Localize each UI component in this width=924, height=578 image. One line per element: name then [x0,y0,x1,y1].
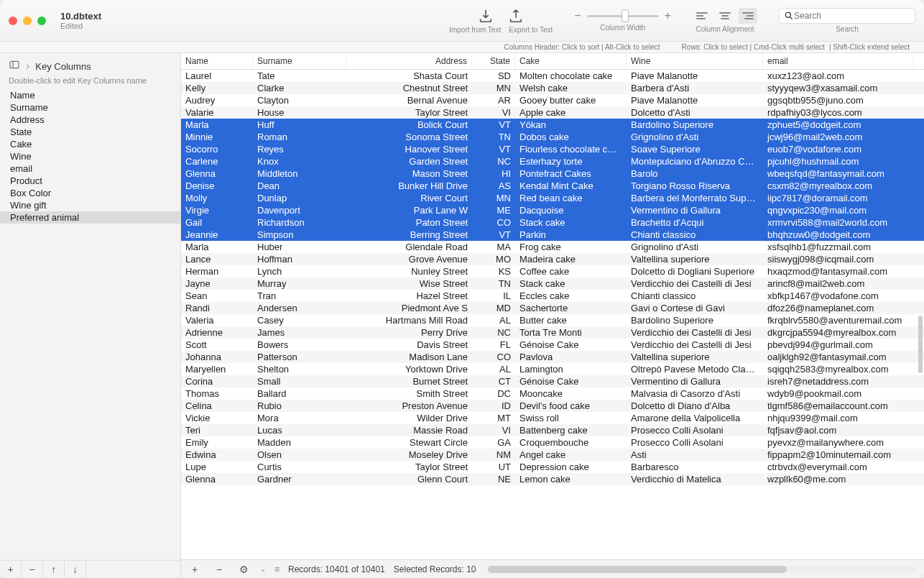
table-row[interactable]: LanceHoffmanGrove AvenueMOMadeira cakeVa… [181,253,924,265]
export-icon[interactable] [507,7,525,24]
table-cell: Casey [253,314,346,326]
table-cell: Eccles cake [515,290,627,302]
table-row[interactable]: MaryellenSheltonYorktown DriveALLamingto… [181,363,924,375]
status-add-button[interactable]: + [187,562,203,577]
sidebar-item[interactable]: Wine [0,150,180,162]
column-header[interactable]: State [472,53,515,69]
table-row[interactable]: RandiAndersenPiedmont Ave SMDSachertorte… [181,302,924,314]
table-row[interactable]: HermanLynchNunley StreetKSCoffee cakeDol… [181,265,924,277]
table-row[interactable]: MollyDunlapRiver CourtMNRed bean cakeBar… [181,192,924,204]
table-cell: Prosecco Colli Asolani [627,424,763,436]
table-row[interactable]: JohannaPattersonMadison LaneCOPavlovaVal… [181,351,924,363]
table-row[interactable]: EmilyMaddenStewart CircleGACroquembouche… [181,436,924,449]
table-row[interactable]: ValeriaCaseyHartmans Mill RoadALButter c… [181,314,924,326]
search-input[interactable] [794,11,910,21]
table-row[interactable]: CelinaRubioPreston AvenueIDDevil's food … [181,400,924,412]
sidebar-item[interactable]: State [0,126,180,138]
align-right-button[interactable] [739,8,757,24]
column-header[interactable]: Address [346,53,472,69]
table-row[interactable]: JeannieSimpsonBerring StreetVTParkinChia… [181,229,924,241]
sidebar-toggle-icon[interactable] [9,59,20,73]
table-row[interactable]: VirgieDavenportPark Lane WMEDacquoiseVer… [181,204,924,216]
sidebar-up-button[interactable]: ↑ [43,561,65,578]
table-row[interactable]: AudreyClaytonBernal AvenueARGooey butter… [181,94,924,106]
table-row[interactable]: JayneMurrayWise StreetTNStack cakeVerdic… [181,277,924,290]
table-row[interactable]: VickieMoraWilder DriveMTSwiss rollAmaron… [181,412,924,424]
chevron-down-icon[interactable]: ⌄ [260,565,266,573]
table-cell: Grignolino d'Asti [627,241,763,253]
table-row[interactable]: CarleneKnoxGarden StreetNCEsterhazy tort… [181,155,924,168]
sidebar-item[interactable]: Box Color [0,187,180,199]
table-row[interactable]: EdwinaOlsenMoseley DriveNMAngel cakeAsti… [181,449,924,461]
close-icon[interactable] [9,17,17,25]
search-box[interactable] [779,8,915,24]
table-row[interactable]: GlennaMiddletonMason StreetHIPontefract … [181,168,924,180]
table-cell: Red bean cake [515,192,627,204]
width-plus[interactable]: + [665,9,671,22]
sidebar-add-button[interactable]: + [0,561,22,578]
table-row[interactable]: GlennaGardnerGlenn CourtNELemon cakeVerd… [181,473,924,485]
column-header[interactable]: email [763,53,914,69]
table-cell: Gavi o Cortese di Gavi [627,302,763,314]
sidebar-hint: Double-click to edit Key Columns name [0,76,180,89]
table-cell: Davenport [253,204,346,216]
table-row[interactable]: SocorroReyesHanover StreetVTFlourless ch… [181,143,924,155]
table-cell: Madison Lane [346,351,472,363]
table-cell: Glendale Road [346,241,472,253]
table-cell: Asti [627,449,763,461]
table-cell: HI [472,168,515,180]
sidebar-item[interactable]: Surname [0,101,180,114]
sidebar-item[interactable]: Address [0,114,180,126]
table-row[interactable]: AdrienneJamesPerry DriveNCTorta Tre Mont… [181,326,924,339]
table-row[interactable]: MinnieRomanSonoma StreetTNDobos cakeGrig… [181,131,924,143]
table-cell: MN [472,192,515,204]
table-row[interactable]: ValarieHouseTaylor StreetVIApple cakeDol… [181,106,924,119]
sidebar-item[interactable]: Preferred animal [0,211,180,224]
table-cell: Dacquoise [515,204,627,216]
table-row[interactable]: MarlaHuffBolick CourtVTYōkanBardolino Su… [181,119,924,131]
table-row[interactable]: KellyClarkeChestnut StreetMNWelsh cakeBa… [181,82,924,94]
column-header[interactable]: Surname [253,53,346,69]
sidebar-item[interactable]: Product [0,175,180,187]
table-row[interactable]: DeniseDeanBunker Hill DriveASKendal Mint… [181,180,924,192]
sidebar-down-button[interactable]: ↓ [65,561,86,578]
column-header[interactable]: Wine [627,53,763,69]
sidebar-item[interactable]: Cake [0,138,180,150]
align-center-button[interactable] [716,8,734,24]
list-icon[interactable]: ≡ [274,564,279,574]
sidebar-item[interactable]: Name [0,89,180,101]
horizontal-scrollbar[interactable] [488,566,915,573]
maximize-icon[interactable] [37,17,46,25]
table-row[interactable]: GailRichardsonPaton StreetCOStack cakeBr… [181,216,924,229]
table-cell: hxaqzmod@fantasymail.com [763,265,914,277]
table-row[interactable]: TeriLucasMassie RoadVIBattenberg cakePro… [181,424,924,436]
import-icon[interactable] [477,7,494,24]
table-row[interactable]: SeanTranHazel StreetILEccles cakeChianti… [181,290,924,302]
sidebar-item[interactable]: email [0,162,180,175]
search-icon [784,11,794,21]
width-minus[interactable]: − [574,9,581,22]
table-cell: Olsen [253,449,346,461]
status-remove-button[interactable]: − [211,562,227,577]
column-header[interactable]: Name [181,53,253,69]
sidebar-footer: + − ↑ ↓ [0,560,180,578]
table-row[interactable]: MarlaHuberGlendale RoadMAFrog cakeGrigno… [181,241,924,253]
status-bar: + − ⚙︎ ⌄ ≡ Records: 10401 of 10401 Selec… [181,559,924,578]
table-cell: Grignolino d'Asti [627,131,763,143]
align-left-button[interactable] [693,8,711,24]
table-cell: Marla [181,241,253,253]
minimize-icon[interactable] [23,17,32,25]
table-row[interactable]: ScottBowersDavis StreetFLGénoise CakeVer… [181,339,924,351]
column-header[interactable]: Cake [515,53,627,69]
column-headers: NameSurnameAddressStateCakeWineemail [181,53,924,70]
table-row[interactable]: ThomasBallardSmith StreetDCMooncakeMalva… [181,387,924,400]
table-row[interactable]: LaurelTateShasta CourtSDMolten chocolate… [181,70,924,82]
table-cell: Thomas [181,387,253,400]
sidebar-item[interactable]: Wine gift [0,199,180,211]
vertical-scrollbar[interactable] [918,316,923,373]
table-row[interactable]: LupeCurtisTaylor StreetUTDepression cake… [181,461,924,473]
sidebar-remove-button[interactable]: − [22,561,43,578]
gear-icon[interactable]: ⚙︎ [236,562,251,577]
column-width-slider[interactable] [587,15,659,17]
table-row[interactable]: CorinaSmallBurnet StreetCTGénoise CakeVe… [181,375,924,387]
